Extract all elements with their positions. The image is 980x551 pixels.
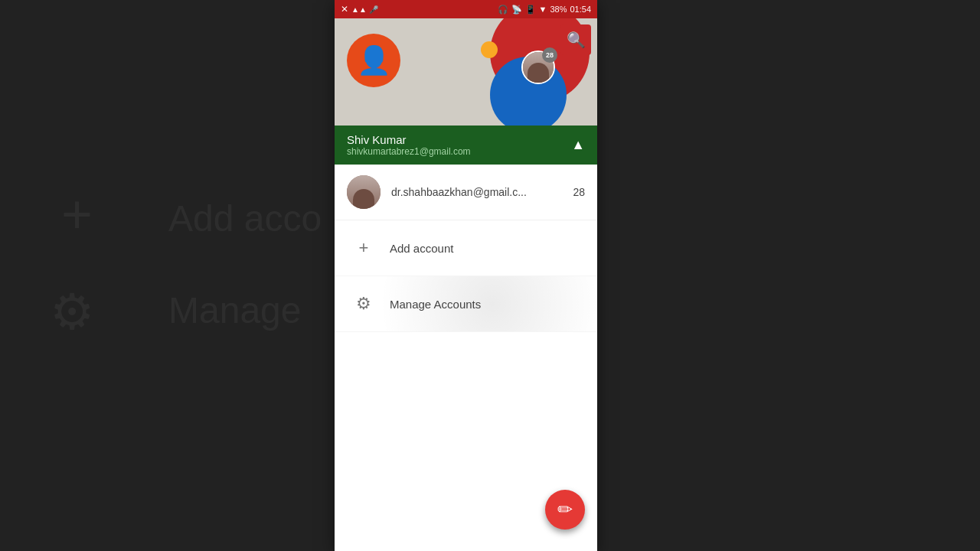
close-icon: ✕ [341,4,348,15]
secondary-badge: 28 [542,47,557,63]
status-right: 🎧 📡 📱 ▼ 38% 01:54 [498,5,591,15]
maps-yellow-dot [481,41,498,58]
compose-icon: ✏ [557,499,573,520]
status-left: ✕ ▲▲ 🎤 [341,4,378,15]
add-account-icon: + [348,233,379,263]
manage-accounts-icon: ⚙ [348,289,379,319]
manage-accounts-item[interactable]: ⚙ Manage Accounts [335,276,597,332]
secondary-email: dr.shahbaazkhan@gmail.c... [391,186,573,198]
wifi-icon: ▼ [539,5,547,14]
headphone-icon: 🎧 [498,5,508,15]
primary-avatar[interactable]: 👤 [347,34,400,87]
add-account-item[interactable]: + Add account [335,220,597,276]
user-icon: 👤 [357,44,391,77]
signal-icons: ▲▲ 🎤 [351,5,378,14]
phone-panel: ✕ ▲▲ 🎤 🎧 📡 📱 ▼ 38% 01:54 🔍 👤 [335,0,597,551]
secondary-silhouette-small [353,189,374,209]
secondary-count: 28 [573,186,585,198]
fab-compose-button[interactable]: ✏ [545,490,585,530]
status-bar: ✕ ▲▲ 🎤 🎧 📡 📱 ▼ 38% 01:54 [335,0,597,18]
secondary-silhouette [528,63,549,83]
manage-accounts-label: Manage Accounts [390,298,481,311]
user-info-text: Shiv Kumar shivkumartabrez1@gmail.com [347,133,471,157]
user-email: shivkumartabrez1@gmail.com [347,146,471,157]
clock: 01:54 [570,5,591,14]
secondary-account-avatar [347,175,381,209]
user-name: Shiv Kumar [347,133,471,146]
battery-level: 38% [550,5,567,14]
phone-icon: 📱 [525,5,536,15]
search-button[interactable]: 🔍 [560,24,591,55]
add-account-label: Add account [390,242,453,255]
chevron-up-icon[interactable]: ▲ [571,137,585,153]
secondary-face [347,175,381,209]
search-icon: 🔍 [567,31,586,49]
secondary-account-item[interactable]: dr.shahbaazkhan@gmail.c... 28 [335,165,597,220]
header-section: 🔍 👤 28 [335,18,597,126]
cast-icon: 📡 [511,5,522,15]
user-info-section[interactable]: Shiv Kumar shivkumartabrez1@gmail.com ▲ [335,126,597,165]
